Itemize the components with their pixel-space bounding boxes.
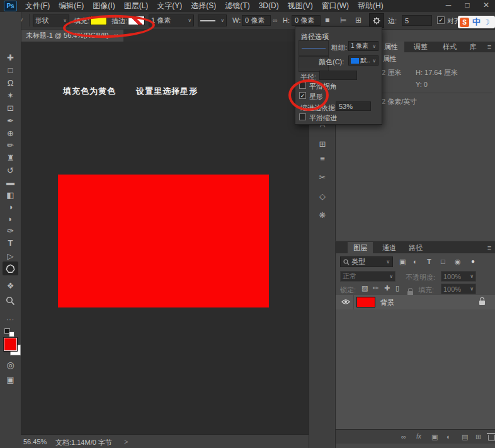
filter-smart-object-icon[interactable]: ◉ [455, 258, 461, 265]
adjustment-layer-icon[interactable]: ◐ [447, 434, 451, 440]
tab-styles[interactable]: 样式 [437, 42, 462, 52]
menu-type[interactable]: 文字(Y) [152, 0, 186, 12]
layer-mask-icon[interactable]: ▣ [431, 434, 438, 440]
crop-tool[interactable]: ⊡ [0, 104, 21, 112]
delete-layer-trash-icon[interactable] [488, 435, 495, 441]
dodge-tool[interactable]: ◑ [0, 203, 21, 211]
stroke-style-dropdown[interactable]: ∨ [198, 14, 227, 26]
radius-input[interactable] [319, 71, 357, 80]
sogou-ime-icon[interactable]: S [460, 18, 469, 27]
panel-menu-icon[interactable]: ≡ [485, 42, 494, 52]
tab-libraries[interactable]: 库 [465, 42, 481, 52]
zoom-tool[interactable] [6, 296, 15, 306]
settings-panel-icon[interactable]: ❋ [309, 210, 336, 220]
lock-pixels-icon[interactable]: ✏ [373, 285, 378, 292]
smudge-tool[interactable]: ◗ [0, 215, 21, 223]
history-brush-tool[interactable]: ↺ [0, 166, 21, 175]
type-tool[interactable]: T [0, 239, 21, 247]
lock-position-icon[interactable]: ✚ [384, 285, 390, 292]
layer-visibility-eye-icon[interactable] [341, 299, 350, 305]
filter-adjustment-icon[interactable]: ◐ [413, 258, 418, 265]
new-layer-icon[interactable]: ⊞ [475, 434, 481, 440]
gradient-tool[interactable]: ◧ [0, 191, 21, 199]
menu-image[interactable]: 图像(I) [88, 0, 119, 12]
eraser-tool[interactable]: ▬ [0, 178, 21, 187]
brush-settings-panel-icon[interactable]: ⊞ [309, 139, 336, 149]
eyedropper-tool[interactable]: ✒ [0, 117, 21, 125]
swap-colors-icon[interactable] [9, 331, 14, 337]
path-operations-icon[interactable]: ■ [325, 16, 329, 24]
tab-paths[interactable]: 路径 [403, 242, 428, 253]
shape-settings-gear-button[interactable] [369, 13, 384, 28]
filter-type-icon[interactable]: T [427, 258, 431, 265]
menu-help[interactable]: 帮助(H) [353, 0, 388, 12]
magic-wand-tool[interactable]: ✶ [0, 91, 21, 100]
pen-tool[interactable]: ✑ [0, 227, 21, 235]
filter-shape-icon[interactable]: □ [441, 258, 445, 265]
menu-file[interactable]: 文件(F) [21, 0, 54, 12]
menu-window[interactable]: 窗口(W) [317, 0, 353, 12]
sides-input[interactable]: 5 [402, 15, 432, 26]
layer-thumbnail[interactable] [356, 297, 375, 307]
layer-row-background[interactable]: 背景 [336, 295, 495, 309]
stroke-width-dropdown[interactable]: 1 像素∨ [149, 14, 194, 26]
shape-width-input[interactable]: 0 像素 [242, 15, 271, 26]
link-layers-icon[interactable]: ∞ [401, 434, 406, 440]
link-dimensions-icon[interactable]: ∞ [273, 17, 278, 24]
chevron-down-icon: ∨ [186, 18, 191, 23]
tab-adjustments[interactable]: 调整 [408, 42, 433, 52]
menu-edit[interactable]: 编辑(E) [54, 0, 88, 12]
quick-mask-icon[interactable]: ◎ [0, 360, 21, 369]
close-button[interactable]: ✕ [479, 1, 494, 9]
tab-layers[interactable]: 图层 [348, 242, 373, 253]
red-canvas-artwork[interactable] [58, 175, 269, 307]
status-chevron-icon[interactable]: > [124, 438, 128, 445]
screen-mode-icon[interactable]: ▣ [0, 376, 21, 384]
smooth-indent-checkbox[interactable] [299, 113, 306, 120]
ime-language-indicator[interactable]: 中 [472, 16, 481, 28]
blend-mode-dropdown[interactable]: 正常∨ [340, 271, 395, 282]
foreground-color-swatch[interactable] [4, 338, 17, 351]
maximize-button[interactable]: □ [460, 1, 475, 9]
layer-style-fx-icon[interactable]: fx [416, 434, 421, 440]
layer-filter-search[interactable]: 类型 ∨ [340, 256, 393, 267]
edit-toolbar-icon[interactable]: ··· [0, 317, 21, 323]
path-arrangement-icon[interactable]: ⊞ [355, 16, 361, 24]
hand-tool[interactable]: ❖ [0, 282, 21, 290]
fill-opacity-dropdown[interactable]: 100%∨ [441, 284, 476, 294]
clone-stamp-tool[interactable]: ♜ [0, 154, 21, 162]
menu-select[interactable]: 选择(S) [186, 0, 220, 12]
menu-filter[interactable]: 滤镜(T) [220, 0, 254, 12]
path-color-dropdown[interactable]: 默..∨ [348, 55, 378, 66]
tool-presets-panel-icon[interactable]: ✂ [309, 173, 336, 182]
marquee-tool[interactable]: □ [0, 66, 21, 74]
tab-channels[interactable]: 通道 [377, 242, 402, 253]
clone-source-panel-icon[interactable]: ≡ [309, 154, 336, 163]
lasso-tool[interactable]: Ω [0, 79, 21, 87]
menu-view[interactable]: 视图(V) [283, 0, 317, 12]
path-alignment-icon[interactable]: ⊨ [340, 16, 346, 24]
3d-panel-icon[interactable]: ◇ [309, 192, 336, 201]
lock-artboard-icon[interactable]: ▯ [395, 285, 399, 292]
move-tool[interactable]: ✚ [0, 54, 21, 62]
lock-transparency-icon[interactable]: ▨ [361, 285, 368, 292]
direct-selection-tool[interactable]: ▷ [0, 252, 21, 260]
zoom-level[interactable]: 56.45% [23, 438, 47, 445]
shape-tool-selected[interactable] [3, 261, 18, 275]
indent-input[interactable]: 53% [336, 101, 371, 111]
minimize-button[interactable]: ─ [441, 1, 456, 9]
panel-menu-icon[interactable]: ≡ [485, 243, 494, 253]
healing-brush-tool[interactable]: ⊕ [0, 129, 21, 137]
layer-name[interactable]: 背景 [380, 298, 394, 307]
opacity-dropdown[interactable]: 100%∨ [441, 271, 476, 282]
align-edges-checkbox[interactable]: ✓ [437, 16, 445, 24]
thickness-dropdown[interactable]: 1 像素∨ [348, 41, 378, 51]
new-group-folder-icon[interactable]: ▤ [462, 434, 468, 440]
menu-3d[interactable]: 3D(D) [254, 0, 283, 12]
filter-toggle-icon[interactable]: ● [471, 258, 475, 265]
filter-pixel-icon[interactable]: ▣ [399, 258, 406, 265]
ime-moon-icon[interactable]: ☽ [483, 18, 490, 26]
menu-layer[interactable]: 图层(L) [120, 0, 153, 12]
brush-tool[interactable]: ✏ [0, 141, 21, 149]
shape-height-input[interactable]: 0 像素 [292, 15, 321, 26]
